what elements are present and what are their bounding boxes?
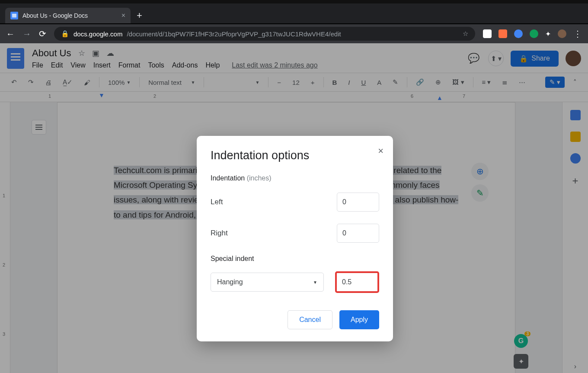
apply-button[interactable]: Apply xyxy=(339,310,379,329)
left-indent-input[interactable] xyxy=(337,193,379,212)
browser-tabstrip: About Us - Google Docs × + xyxy=(0,3,588,23)
extension-icon[interactable] xyxy=(514,29,523,38)
reload-icon[interactable]: ⟳ xyxy=(39,29,46,39)
kebab-menu-icon[interactable]: ⋮ xyxy=(573,29,582,39)
extension-icon[interactable] xyxy=(499,29,507,38)
close-dialog-icon[interactable]: × xyxy=(378,145,383,157)
left-indent-label: Left xyxy=(211,198,337,206)
new-tab-button[interactable]: + xyxy=(131,8,148,23)
google-docs-app: About Us ☆ ▣ ☁ File Edit View Insert For… xyxy=(0,43,588,373)
url-field[interactable]: 🔒 docs.google.com/document/d/1bqPW7lF1fH… xyxy=(54,27,475,41)
dialog-title: Indentation options xyxy=(211,149,379,162)
bookmark-star-icon[interactable]: ☆ xyxy=(463,30,468,38)
extension-icon[interactable] xyxy=(483,29,492,38)
indentation-options-dialog: × Indentation options Indentation (inche… xyxy=(197,136,393,341)
special-indent-select[interactable]: Hanging ▼ xyxy=(211,273,324,292)
right-indent-input[interactable] xyxy=(337,224,379,243)
close-tab-icon[interactable]: × xyxy=(121,12,125,19)
right-indent-label: Right xyxy=(211,229,337,238)
special-indent-amount-input[interactable] xyxy=(335,271,379,293)
special-indent-label: Special indent xyxy=(211,255,254,262)
address-bar: ← → ⟳ 🔒 docs.google.com/document/d/1bqPW… xyxy=(0,24,588,43)
lock-icon: 🔒 xyxy=(61,30,69,38)
browser-tab[interactable]: About Us - Google Docs × xyxy=(5,8,131,23)
special-indent-value: Hanging xyxy=(217,278,243,286)
section-label: Indentation xyxy=(211,174,245,182)
forward-icon[interactable]: → xyxy=(22,29,31,39)
cancel-button[interactable]: Cancel xyxy=(288,310,332,329)
extension-row: ✦ ⋮ xyxy=(483,29,582,39)
chevron-down-icon: ▼ xyxy=(313,280,317,285)
profile-avatar-icon[interactable] xyxy=(558,29,566,38)
back-icon[interactable]: ← xyxy=(6,29,15,39)
section-unit: (inches) xyxy=(247,174,272,182)
tab-title: About Us - Google Docs xyxy=(22,12,88,19)
url-host: docs.google.com xyxy=(74,30,122,38)
extensions-puzzle-icon[interactable]: ✦ xyxy=(545,30,551,38)
extension-icon[interactable] xyxy=(530,29,538,38)
docs-favicon-icon xyxy=(10,12,18,19)
url-path: /document/d/1bqPW7lF1fHF3r2uPfoprVgPVP_g… xyxy=(127,30,341,38)
